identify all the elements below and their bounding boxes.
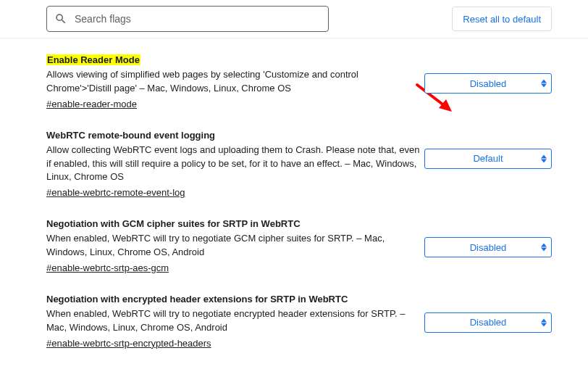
flag-select-wrap: Default bbox=[424, 130, 552, 169]
flag-text: Negotiation with encrypted header extens… bbox=[46, 294, 424, 349]
flag-select-wrap: Disabled bbox=[424, 54, 552, 94]
flag-select-value: Disabled bbox=[470, 242, 507, 253]
flag-row: WebRTC remote-bound event logging Allow … bbox=[46, 130, 552, 199]
flag-text: WebRTC remote-bound event logging Allow … bbox=[46, 130, 424, 199]
search-box[interactable] bbox=[46, 6, 329, 32]
flag-hash-link[interactable]: #enable-reader-mode bbox=[46, 99, 137, 109]
flag-description: When enabled, WebRTC will try to negotia… bbox=[46, 232, 424, 260]
flag-select-value: Disabled bbox=[470, 78, 507, 89]
top-bar: Reset all to default bbox=[0, 0, 588, 38]
flag-select[interactable]: Disabled bbox=[424, 73, 552, 94]
flag-text: Enable Reader Mode Allows viewing of sim… bbox=[46, 54, 424, 109]
reset-all-button[interactable]: Reset all to default bbox=[452, 7, 552, 31]
flag-row: Negotiation with encrypted header extens… bbox=[46, 294, 552, 349]
search-input[interactable] bbox=[73, 12, 321, 25]
flag-hash-link[interactable]: #enable-webrtc-srtp-aes-gcm bbox=[46, 262, 169, 273]
flag-description: Allows viewing of simplified web pages b… bbox=[46, 68, 424, 96]
flag-title: Enable Reader Mode bbox=[46, 54, 140, 65]
flag-select[interactable]: Default bbox=[424, 149, 552, 169]
select-sort-icon bbox=[541, 154, 547, 162]
search-icon bbox=[54, 12, 67, 25]
flag-row: Negotiation with GCM cipher suites for S… bbox=[46, 218, 552, 273]
flag-title: Negotiation with GCM cipher suites for S… bbox=[46, 218, 301, 229]
select-sort-icon bbox=[541, 318, 547, 326]
flag-select-wrap: Disabled bbox=[424, 294, 552, 333]
flag-row: Enable Reader Mode Allows viewing of sim… bbox=[46, 54, 552, 109]
flag-select[interactable]: Disabled bbox=[424, 312, 552, 333]
flag-hash-link[interactable]: #enable-webrtc-remote-event-log bbox=[46, 187, 185, 198]
flag-select-wrap: Disabled bbox=[424, 218, 552, 257]
flag-select-value: Default bbox=[473, 153, 503, 164]
flag-text: Negotiation with GCM cipher suites for S… bbox=[46, 218, 424, 273]
flag-description: When enabled, WebRTC will try to negotia… bbox=[46, 307, 424, 335]
flag-title: WebRTC remote-bound event logging bbox=[46, 130, 215, 141]
flags-list: Enable Reader Mode Allows viewing of sim… bbox=[0, 38, 588, 376]
flag-select[interactable]: Disabled bbox=[424, 237, 552, 257]
flag-description: Allow collecting WebRTC event logs and u… bbox=[46, 144, 424, 185]
select-sort-icon bbox=[541, 244, 547, 252]
flag-title: Negotiation with encrypted header extens… bbox=[46, 294, 348, 304]
flag-hash-link[interactable]: #enable-webrtc-srtp-encrypted-headers bbox=[46, 338, 211, 349]
flag-select-value: Disabled bbox=[470, 317, 507, 328]
select-sort-icon bbox=[541, 80, 547, 88]
